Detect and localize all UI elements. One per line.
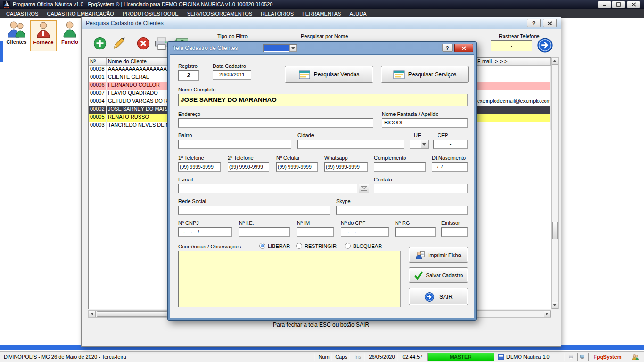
delete-icon xyxy=(136,36,150,50)
radio-restringir[interactable] xyxy=(296,243,302,249)
rg-field[interactable] xyxy=(395,227,436,237)
minimize-button[interactable] xyxy=(598,1,611,8)
cnpj-field[interactable]: . . / - xyxy=(178,227,232,237)
cep-field[interactable]: - xyxy=(433,140,468,149)
cidade-field[interactable] xyxy=(297,140,404,149)
column-header-email[interactable]: E-mail ->->-> xyxy=(473,58,551,66)
scroll-left-button[interactable] xyxy=(89,311,96,317)
pesquisar-vendas-button[interactable]: Pesquisar Vendas xyxy=(285,66,373,83)
add-record-button[interactable] xyxy=(93,36,107,50)
send-email-button[interactable] xyxy=(359,184,369,193)
contato-field[interactable] xyxy=(374,184,468,193)
horizontal-scroll-thumb[interactable] xyxy=(97,311,167,317)
status-time: 02:44:57 xyxy=(399,353,426,361)
toolbar-funcionarios-button[interactable]: Funcio xyxy=(58,20,82,51)
radio-liberar-label[interactable]: LIBERAR xyxy=(268,243,290,249)
status-numlock: Num xyxy=(316,353,332,361)
dialog-titlebar[interactable]: Tela Cadastro de Clientes xyxy=(168,42,476,54)
vertical-scroll-thumb[interactable] xyxy=(552,222,558,239)
radio-bloquear-label[interactable]: BLOQUEAR xyxy=(353,243,382,249)
cell-num: 00003 xyxy=(89,122,107,130)
window-title: Programa Oficina Náutica v1.0 - FpqSyste… xyxy=(13,1,272,7)
cell-email xyxy=(473,74,551,82)
grid-vertical-scrollbar[interactable] xyxy=(551,57,559,309)
registro-field[interactable]: 2 xyxy=(178,70,199,81)
window-footer-hint: Para fechar a tela ESC ou botão SAIR xyxy=(82,321,561,328)
dialog-help-button[interactable]: ? xyxy=(442,44,453,52)
combobox-dropdown-button[interactable] xyxy=(289,45,297,52)
uf-dropdown-button[interactable] xyxy=(421,140,428,148)
scroll-down-button[interactable] xyxy=(552,302,558,309)
bairro-field[interactable] xyxy=(178,140,291,149)
menu-cadastros[interactable]: CADASTROS xyxy=(2,9,42,18)
salvar-cadastro-button[interactable]: Salvar Cadastro xyxy=(409,267,468,283)
edit-record-button[interactable] xyxy=(112,36,126,50)
status-people-panel[interactable] xyxy=(628,353,643,361)
sair-label: SAIR xyxy=(439,294,453,300)
telefone2-field[interactable]: (99) 9999-9999 xyxy=(228,162,269,172)
celular-field[interactable]: (99) 9999-9999 xyxy=(276,162,318,172)
data-cadastro-field[interactable]: 28/03/2011 xyxy=(213,70,251,80)
scroll-up-button[interactable] xyxy=(552,58,558,65)
pesquisar-servicos-button[interactable]: Pesquisar Serviços xyxy=(381,66,469,83)
rg-label: Nº RG xyxy=(395,220,410,226)
search-window-help-button[interactable]: ? xyxy=(527,19,541,27)
emissor-field[interactable] xyxy=(441,227,468,237)
cidade-label: Cidade xyxy=(297,132,314,138)
skype-field[interactable] xyxy=(336,206,468,215)
close-icon xyxy=(547,21,552,25)
uf-label: UF xyxy=(414,132,421,138)
search-window-close-button[interactable] xyxy=(543,19,557,27)
data-cadastro-label: Data Cadastro xyxy=(213,63,246,69)
column-header-num[interactable]: Nº xyxy=(89,58,107,66)
cep-label: CEP xyxy=(438,132,448,138)
whatsapp-label: Whatsapp xyxy=(324,155,348,161)
nome-completo-field[interactable]: JOSE SARNEY DO MARANHAO xyxy=(178,94,468,106)
scroll-right-button[interactable] xyxy=(544,311,551,317)
whatsapp-field[interactable]: (99) 9999-9999 xyxy=(324,162,368,172)
status-printer-panel[interactable] xyxy=(566,353,576,361)
status-computer-panel[interactable] xyxy=(577,353,587,361)
delete-record-button[interactable] xyxy=(136,36,150,50)
pesquisar-vendas-label: Pesquisar Vendas xyxy=(314,71,360,78)
telefone1-field[interactable]: (99) 9999-9999 xyxy=(178,162,221,172)
dt-nascimento-field[interactable]: / / xyxy=(432,162,468,172)
cell-email xyxy=(473,106,551,114)
dialog-close-button[interactable] xyxy=(454,44,473,52)
nome-fantasia-field[interactable]: BIGODE xyxy=(382,118,468,128)
maximize-button[interactable] xyxy=(612,1,625,8)
trace-phone-go-button[interactable] xyxy=(537,37,553,53)
help-icon: ? xyxy=(446,45,449,51)
imprimir-ficha-button[interactable]: Imprimir Ficha xyxy=(409,247,468,263)
observacoes-textarea[interactable] xyxy=(178,251,401,307)
skype-label: Skype xyxy=(336,198,351,204)
uf-combobox[interactable] xyxy=(410,140,429,149)
ie-label: Nº I.E. xyxy=(239,220,254,226)
filter-type-combobox[interactable] xyxy=(263,44,297,52)
close-button[interactable] xyxy=(627,1,640,8)
cell-num: 00008 xyxy=(89,66,107,74)
trace-phone-field[interactable]: - xyxy=(491,40,532,51)
client-record-dialog: Tela Cadastro de Clientes ? Registro 2 D… xyxy=(167,41,477,321)
cell-num: 00005 xyxy=(89,114,107,122)
telefone2-label: 2ª Telefone xyxy=(228,155,254,161)
complemento-field[interactable] xyxy=(374,162,426,172)
sair-button[interactable]: SAIR xyxy=(409,288,468,305)
pesquisar-servicos-label: Pesquisar Serviços xyxy=(408,71,457,78)
radio-liberar[interactable] xyxy=(259,243,265,249)
ie-field[interactable] xyxy=(239,227,290,237)
radio-bloquear[interactable] xyxy=(345,243,351,249)
email-field[interactable] xyxy=(178,184,357,193)
rede-social-field[interactable] xyxy=(178,206,330,215)
exit-arrow-icon xyxy=(424,292,435,302)
celular-label: Nº Celular xyxy=(276,155,300,161)
toolbar-fornecedores-button[interactable]: Fornece xyxy=(30,20,57,51)
cpf-field[interactable]: . . - xyxy=(341,227,389,237)
toolbar-clientes-button[interactable]: Clientes xyxy=(4,20,29,51)
radio-restringir-label[interactable]: RESTRINGIR xyxy=(305,243,337,249)
search-window-titlebar[interactable]: Pesquisa Cadastro de Clientes xyxy=(82,17,561,29)
endereco-field[interactable] xyxy=(178,118,373,128)
im-field[interactable] xyxy=(297,227,334,237)
cell-num: 00002 xyxy=(89,106,107,114)
window-titlebar: Programa Oficina Náutica v1.0 - FpqSyste… xyxy=(0,0,644,9)
